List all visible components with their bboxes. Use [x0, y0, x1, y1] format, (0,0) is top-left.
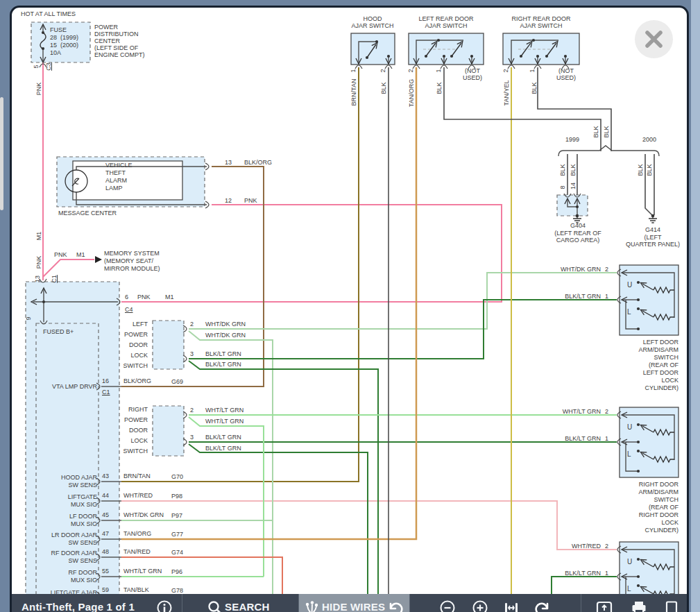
junction-dot — [637, 423, 640, 426]
pin-connector — [562, 65, 569, 69]
junction-dot — [637, 470, 640, 473]
junction-dot — [545, 55, 548, 58]
search-button[interactable]: SEARCH — [225, 601, 270, 612]
toolbar-divider — [182, 594, 182, 612]
junction-dot — [366, 56, 368, 59]
junction-dot — [564, 55, 567, 58]
junction-dot — [42, 300, 45, 303]
component-box — [557, 195, 588, 216]
close-button[interactable] — [635, 20, 673, 58]
junction-dot — [637, 281, 640, 284]
component-box — [153, 406, 184, 456]
junction-dot — [450, 55, 453, 58]
bottom-toolbar: Anti-Theft, Page 1 of 1 SEARCH HIDE WIRE… — [12, 594, 687, 612]
component-box — [26, 282, 119, 612]
junction-dot — [520, 55, 522, 58]
wire — [121, 557, 282, 594]
junction-dot — [637, 328, 640, 330]
toolbar-divider — [409, 594, 410, 612]
junction-dot — [387, 55, 390, 58]
ground-icon — [649, 216, 657, 223]
hide-wires-button[interactable]: HIDE WIRES — [322, 601, 385, 612]
fit-width-icon[interactable] — [503, 600, 520, 612]
component-box — [153, 321, 184, 369]
junction-dot — [637, 584, 640, 587]
junction-dot — [637, 558, 640, 561]
junction-dot — [536, 55, 539, 58]
junction-dot — [576, 205, 579, 208]
pin-connector — [468, 65, 475, 69]
app-root: { "toolbar": { "title": "Anti-Theft, Pag… — [0, 0, 700, 612]
junction-dot — [637, 450, 640, 452]
print-icon[interactable] — [630, 600, 648, 612]
junction-dot — [637, 307, 640, 310]
wire — [121, 501, 617, 550]
wire — [189, 331, 273, 594]
undo-icon[interactable] — [385, 600, 403, 612]
junction-dot — [637, 575, 640, 578]
wire — [189, 273, 617, 329]
junction-dot — [637, 298, 640, 301]
wiring-diagram-canvas[interactable] — [0, 0, 700, 612]
wire — [645, 154, 652, 215]
memory-system-arrow — [95, 256, 102, 263]
wire — [538, 67, 611, 151]
close-icon — [635, 20, 673, 58]
wire — [121, 67, 416, 539]
junction-dot — [470, 55, 473, 58]
junction-dot — [375, 40, 378, 43]
junction-dot — [637, 441, 640, 443]
wire — [43, 260, 94, 277]
toolbar-divider — [581, 594, 581, 612]
export-image-icon[interactable] — [595, 600, 613, 612]
page-title: Anti-Theft, Page 1 of 1 — [22, 601, 135, 612]
junction-dot — [443, 55, 445, 58]
brace-symbol — [558, 146, 659, 156]
search-icon[interactable] — [207, 600, 223, 612]
wire — [189, 417, 264, 577]
ground-icon — [573, 216, 581, 223]
zoom-in-icon[interactable] — [472, 600, 488, 612]
wire — [189, 444, 368, 594]
wire — [189, 361, 378, 594]
wire — [552, 577, 617, 594]
junction-dot — [532, 39, 535, 42]
component-box — [31, 22, 90, 62]
page-icon[interactable] — [663, 600, 681, 612]
wire — [121, 205, 502, 302]
info-icon[interactable] — [156, 600, 173, 612]
junction-dot — [425, 55, 427, 58]
redo-icon[interactable] — [535, 600, 553, 612]
hide-wires-icon[interactable] — [303, 600, 320, 612]
zoom-out-icon[interactable] — [439, 600, 456, 612]
junction-dot — [437, 39, 440, 42]
toolbar-divider — [298, 594, 299, 612]
